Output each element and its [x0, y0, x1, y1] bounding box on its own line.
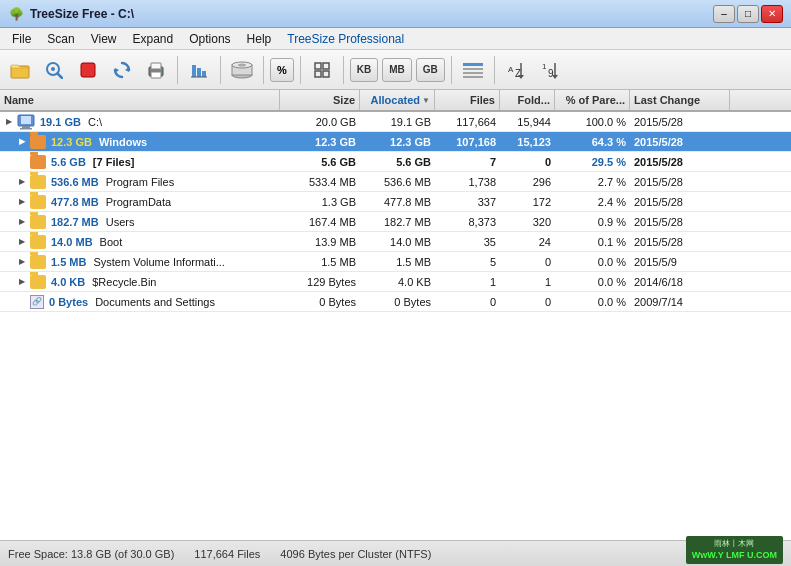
table-row[interactable]: 🔗 0 Bytes Documents and Settings 0 Bytes… — [0, 292, 791, 312]
fold-cell: 24 — [500, 232, 555, 251]
toolbar-sep-3 — [263, 56, 264, 84]
folder-icon — [30, 135, 46, 149]
size-cell: 5.6 GB — [280, 152, 360, 171]
sort-az-button[interactable]: AZ — [500, 54, 532, 86]
folder-icon — [30, 275, 46, 289]
percent-button[interactable]: % — [270, 58, 294, 82]
last-cell: 2015/5/28 — [630, 232, 730, 251]
col-header-files[interactable]: Files — [435, 90, 500, 110]
name-cell: ▶ 182.7 MB Users — [0, 212, 280, 231]
alloc-cell: 0 Bytes — [360, 292, 435, 311]
table-row[interactable]: ▶ 1.5 MB System Volume Informati... 1.5 … — [0, 252, 791, 272]
menu-scan[interactable]: Scan — [39, 30, 82, 48]
menu-file[interactable]: File — [4, 30, 39, 48]
expand-icon[interactable]: ▶ — [17, 237, 27, 247]
scan-button[interactable] — [38, 54, 70, 86]
folder-open-button[interactable] — [4, 54, 36, 86]
sort-za-button[interactable]: 19 — [534, 54, 566, 86]
close-button[interactable]: ✕ — [761, 5, 783, 23]
col-header-name[interactable]: Name — [0, 90, 280, 110]
menu-pro[interactable]: TreeSize Professional — [279, 30, 412, 48]
maximize-button[interactable]: □ — [737, 5, 759, 23]
expand-icon[interactable]: ▶ — [17, 277, 27, 287]
print-button[interactable] — [140, 54, 172, 86]
name-cell: ▶ 4.0 KB $Recycle.Bin — [0, 272, 280, 291]
stop-button[interactable] — [72, 54, 104, 86]
name-cell: ▶ 477.8 MB ProgramData — [0, 192, 280, 211]
expand-icon[interactable]: ▶ — [17, 177, 27, 187]
svg-rect-19 — [315, 63, 321, 69]
menu-options[interactable]: Options — [181, 30, 238, 48]
size-cell: 533.4 MB — [280, 172, 360, 191]
svg-marker-6 — [115, 68, 119, 73]
bar-chart-button[interactable] — [183, 54, 215, 86]
col-header-size[interactable]: Size — [280, 90, 360, 110]
refresh-button[interactable] — [106, 54, 138, 86]
expand-icon[interactable]: ▶ — [17, 197, 27, 207]
alloc-cell: 14.0 MB — [360, 232, 435, 251]
columns-button[interactable] — [457, 54, 489, 86]
svg-rect-4 — [81, 63, 95, 77]
fold-cell: 320 — [500, 212, 555, 231]
row-name: Users — [106, 216, 135, 228]
row-name: Windows — [99, 136, 147, 148]
pct-cell: 64.3 % — [555, 132, 630, 151]
toolbar-sep-6 — [451, 56, 452, 84]
name-cell: ▶ 19.1 GB C:\ — [0, 112, 280, 131]
kb-button[interactable]: KB — [350, 58, 378, 82]
table-row[interactable]: ▶ 12.3 GB Windows 12.3 GB 12.3 GB 107,16… — [0, 132, 791, 152]
svg-rect-10 — [159, 69, 161, 71]
alloc-cell: 1.5 MB — [360, 252, 435, 271]
gb-button[interactable]: GB — [416, 58, 445, 82]
svg-text:A: A — [508, 65, 514, 74]
toolbar-sep-2 — [220, 56, 221, 84]
toolbar-sep-7 — [494, 56, 495, 84]
main-content: Name Size Allocated ▼ Files Fold... % of… — [0, 90, 791, 540]
expand-icon[interactable]: ▶ — [17, 217, 27, 227]
fold-cell: 172 — [500, 192, 555, 211]
col-header-alloc[interactable]: Allocated ▼ — [360, 90, 435, 110]
col-header-last[interactable]: Last Change — [630, 90, 730, 110]
table-row[interactable]: ▶ 4.0 KB $Recycle.Bin 129 Bytes 4.0 KB 1… — [0, 272, 791, 292]
files-cell: 107,168 — [435, 132, 500, 151]
col-header-pct[interactable]: % of Pare... — [555, 90, 630, 110]
table-row[interactable]: ▶ 536.6 MB Program Files 533.4 MB 536.6 … — [0, 172, 791, 192]
last-cell: 2015/5/28 — [630, 172, 730, 191]
svg-rect-38 — [20, 128, 32, 130]
fold-cell: 15,123 — [500, 132, 555, 151]
files-cell: 7 — [435, 152, 500, 171]
minimize-button[interactable]: – — [713, 5, 735, 23]
size-badge: 14.0 MB — [51, 236, 93, 248]
svg-text:1: 1 — [542, 62, 547, 71]
name-cell: ▶ 14.0 MB Boot — [0, 232, 280, 251]
size-badge: 477.8 MB — [51, 196, 99, 208]
table-row[interactable]: 5.6 GB [7 Files] 5.6 GB 5.6 GB 7 0 29.5 … — [0, 152, 791, 172]
expand-icon[interactable]: ▶ — [17, 137, 27, 147]
folder-icon — [30, 215, 46, 229]
window-controls: – □ ✕ — [713, 5, 783, 23]
size-cell: 13.9 MB — [280, 232, 360, 251]
col-header-fold[interactable]: Fold... — [500, 90, 555, 110]
menu-view[interactable]: View — [83, 30, 125, 48]
alloc-cell: 12.3 GB — [360, 132, 435, 151]
size-cell: 1.3 GB — [280, 192, 360, 211]
svg-rect-11 — [192, 65, 196, 77]
expand-icon[interactable]: ▶ — [4, 117, 14, 127]
mb-button[interactable]: MB — [382, 58, 412, 82]
grid-button[interactable] — [306, 54, 338, 86]
table-row[interactable]: ▶ 182.7 MB Users 167.4 MB 182.7 MB 8,373… — [0, 212, 791, 232]
files-cell: 5 — [435, 252, 500, 271]
size-badge: 182.7 MB — [51, 216, 99, 228]
fold-cell: 296 — [500, 172, 555, 191]
disk-button[interactable] — [226, 54, 258, 86]
toolbar-sep-5 — [343, 56, 344, 84]
expand-icon[interactable]: ▶ — [17, 257, 27, 267]
table-row[interactable]: ▶ 14.0 MB Boot 13.9 MB 14.0 MB 35 24 0.1… — [0, 232, 791, 252]
sort-icon: ▼ — [422, 96, 430, 105]
files-cell: 337 — [435, 192, 500, 211]
menu-help[interactable]: Help — [239, 30, 280, 48]
files-cell: 8,373 — [435, 212, 500, 231]
table-row[interactable]: ▶ 19.1 GB C:\ 20.0 GB 19.1 GB 117,664 15… — [0, 112, 791, 132]
menu-expand[interactable]: Expand — [125, 30, 182, 48]
table-row[interactable]: ▶ 477.8 MB ProgramData 1.3 GB 477.8 MB 3… — [0, 192, 791, 212]
